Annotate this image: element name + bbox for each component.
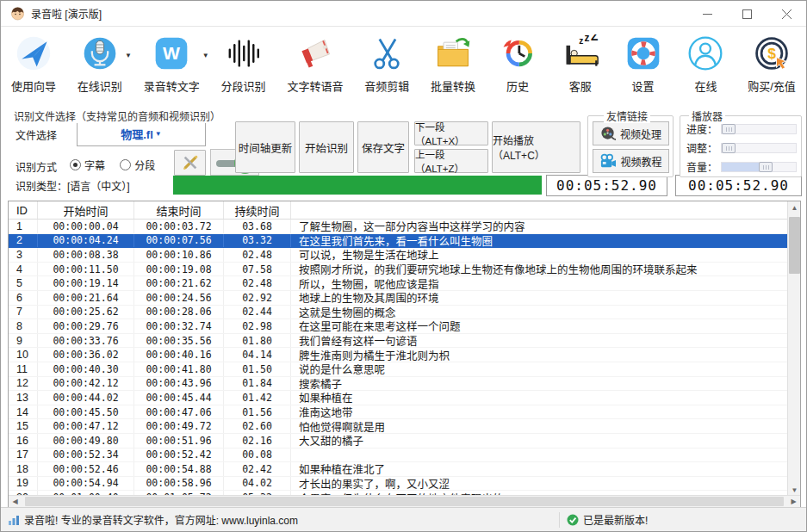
cell-end-time: 00:00:47.06 xyxy=(134,405,224,419)
table-row[interactable]: 10 00:00:36.02 00:00:40.16 04.14 脾生淮南则为橘… xyxy=(9,348,787,362)
toolbar-item-settings[interactable]: 设置 xyxy=(621,31,666,106)
table-row[interactable]: 8 00:00:29.76 00:00:32.74 02.98 在这里可能在来思… xyxy=(9,319,787,334)
scroll-right-icon[interactable]: ▶ xyxy=(787,496,800,508)
table-row[interactable]: 15 00:00:47.12 00:00:49.72 02.60 怕他觉得啊就是… xyxy=(9,419,787,434)
cell-id: 10 xyxy=(9,348,38,362)
table-row[interactable]: 13 00:00:44.02 00:00:45.44 01.42 如果种植在 xyxy=(9,391,787,405)
transcript-table: ID 开始时间 结束时间 持续时间 1 00:00:00.04 00:00:03… xyxy=(8,201,801,508)
vertical-scroll-thumb[interactable] xyxy=(789,217,800,274)
file-name-combobox[interactable]: 物理.fl ▼ xyxy=(77,121,206,146)
table-row[interactable]: 5 00:00:19.14 00:00:21.62 02.48 所以，生物圈，呢… xyxy=(9,276,787,291)
table-row[interactable]: 16 00:00:49.80 00:00:51.96 02.16 大又甜的橘子 xyxy=(9,434,787,448)
cell-id: 6 xyxy=(9,291,38,305)
cell-duration: 01.84 xyxy=(224,377,291,391)
toolbar-item-wizard[interactable]: 使用向导 xyxy=(9,31,58,106)
toolbar-label: 设置 xyxy=(632,77,655,94)
cell-start-time: 00:00:11.50 xyxy=(38,263,134,276)
volume-slider[interactable] xyxy=(721,162,797,172)
cell-id: 9 xyxy=(9,334,38,348)
video-process-button[interactable]: 视频处理 xyxy=(593,121,669,145)
horizontal-scrollbar[interactable]: ◀ ▶ xyxy=(9,495,800,507)
table-row[interactable]: 7 00:00:25.62 00:00:28.06 02.44 这就是生物圈的概… xyxy=(9,306,787,320)
cell-text: 在这里可能在来思考这样一个问题 xyxy=(291,319,787,333)
radio-subtitle[interactable]: 字幕 xyxy=(70,158,105,172)
cell-start-time: 00:00:19.14 xyxy=(38,276,134,290)
vertical-scrollbar[interactable]: ▲ ▼ xyxy=(787,201,800,497)
toolbar-item-audio-edit[interactable]: 音频剪辑 xyxy=(363,31,411,106)
cell-id: 5 xyxy=(9,276,38,290)
scroll-up-icon[interactable]: ▲ xyxy=(788,201,801,214)
dropdown-caret-icon[interactable]: ▼ xyxy=(125,52,132,59)
cell-start-time: 00:00:54.94 xyxy=(38,477,134,491)
cell-start-time: 00:00:52.46 xyxy=(38,462,134,476)
cell-id: 7 xyxy=(9,306,38,319)
purchase-icon: $ xyxy=(753,34,791,72)
cell-start-time: 00:00:49.80 xyxy=(38,434,134,448)
toolbar-item-batch-convert[interactable]: 批量转换 xyxy=(429,31,477,106)
cell-duration: 04.02 xyxy=(224,477,291,491)
horizontal-scroll-thumb[interactable] xyxy=(25,497,784,506)
table-body: 1 00:00:00.04 00:00:03.72 03.68 了解生物圈，这一… xyxy=(9,220,787,497)
start-recognition-button[interactable]: 开始识别 xyxy=(299,121,354,173)
table-row[interactable]: 1 00:00:00.04 00:00:03.72 03.68 了解生物圈，这一… xyxy=(9,220,787,234)
next-segment-button[interactable]: 下一段（ALT+X） xyxy=(414,121,488,145)
table-row[interactable]: 12 00:00:42.12 00:00:43.96 01.84 搜索橘子 xyxy=(9,377,787,392)
table-row[interactable]: 17 00:00:52.34 00:00:52.42 00.08 xyxy=(9,448,787,463)
slider-thumb[interactable] xyxy=(722,143,736,153)
cell-end-time: 00:00:24.56 xyxy=(134,291,224,305)
toolbar-item-online-recognition[interactable]: ▼ 在线识别 xyxy=(76,31,124,106)
cell-duration: 04.14 xyxy=(224,348,291,362)
player-group-label: 播放器 xyxy=(689,108,725,123)
toolbar-item-text-to-speech[interactable]: 文字转语音 xyxy=(285,31,345,106)
minimize-button[interactable] xyxy=(687,1,727,27)
cell-id: 8 xyxy=(9,319,38,333)
cell-duration: 01.50 xyxy=(224,362,291,376)
table-row[interactable]: 9 00:00:33.76 00:00:35.56 01.80 我们曾经有这样一… xyxy=(9,334,787,349)
table-row[interactable]: 2 00:00:04.24 00:00:07.56 03.32 在这里我们首先来… xyxy=(9,234,787,249)
prev-segment-button[interactable]: 上一段（ALT+Z） xyxy=(414,149,488,173)
timeline-update-button[interactable]: 时间轴更新 xyxy=(235,121,295,173)
dropdown-caret-icon[interactable]: ▼ xyxy=(202,52,209,59)
close-button[interactable] xyxy=(767,1,806,27)
start-play-button[interactable]: 开始播放（ALT+C） xyxy=(492,121,580,173)
cell-id: 11 xyxy=(9,362,38,376)
table-row[interactable]: 6 00:00:21.64 00:00:24.56 02.92 地球上的生物及其… xyxy=(9,291,787,306)
cell-duration: 00.08 xyxy=(224,448,291,462)
table-row[interactable]: 11 00:00:40.30 00:00:41.80 01.50 说的是什么意思… xyxy=(9,362,787,377)
cell-duration: 02.44 xyxy=(224,306,291,319)
cell-id: 14 xyxy=(9,405,38,419)
toolbar-item-record-to-text[interactable]: W ▼ 录音转文字 xyxy=(142,31,202,106)
adjust-slider[interactable] xyxy=(721,143,797,153)
toolbar-item-history[interactable]: 历史 xyxy=(495,31,540,106)
svg-text:W: W xyxy=(163,43,180,63)
save-text-button[interactable]: 保存文字 xyxy=(357,121,409,173)
maximize-button[interactable] xyxy=(727,1,767,27)
cell-text: 我们曾经有这样一句谚语 xyxy=(291,334,787,348)
cell-end-time: 00:00:45.44 xyxy=(134,391,224,405)
svg-text:$: $ xyxy=(767,45,776,62)
status-bar: 录音啦! 专业的录音转文字软件，官方网址: www.luyinla.com 已是… xyxy=(1,507,806,531)
toolbar-item-customer-service[interactable]: z z Z 客服 xyxy=(558,31,603,106)
slider-thumb[interactable] xyxy=(722,124,736,134)
toolbar-item-online-account[interactable]: 在线 xyxy=(683,31,728,106)
table-row[interactable]: 19 00:00:54.94 00:00:58.96 04.02 才长出的果实了… xyxy=(9,477,787,492)
scissors-icon xyxy=(368,34,406,72)
toolbar-item-purchase[interactable]: $ 购买/充值 xyxy=(746,31,798,106)
scroll-left-icon[interactable]: ◀ xyxy=(9,496,22,508)
cell-text: 地球上的生物及其周围的环境 xyxy=(291,291,787,305)
table-row[interactable]: 14 00:00:45.50 00:00:47.06 01.56 淮南这地带 xyxy=(9,405,787,420)
cell-text xyxy=(291,448,787,462)
radio-segment[interactable]: 分段 xyxy=(120,158,155,172)
video-tutorial-button[interactable]: 视频教程 xyxy=(593,149,669,173)
combo-caret-icon: ▼ xyxy=(155,130,162,138)
table-row[interactable]: 3 00:00:08.38 00:00:10.86 02.48 可以说，生物是生… xyxy=(9,248,787,263)
statusbar-divider xyxy=(559,512,560,528)
tools-wand-button[interactable] xyxy=(174,150,206,176)
progress-slider[interactable] xyxy=(721,124,797,134)
table-row[interactable]: 18 00:00:52.46 00:00:54.88 02.42 如果种植在淮北… xyxy=(9,462,787,477)
cell-duration: 01.56 xyxy=(224,405,291,419)
radio-segment-label: 分段 xyxy=(134,158,155,172)
slider-thumb[interactable] xyxy=(759,162,773,172)
toolbar-item-segment-recognition[interactable]: 分段识别 xyxy=(220,31,268,106)
table-row[interactable]: 4 00:00:11.50 00:00:19.08 07.58 按照刚才所说，的… xyxy=(9,263,787,277)
